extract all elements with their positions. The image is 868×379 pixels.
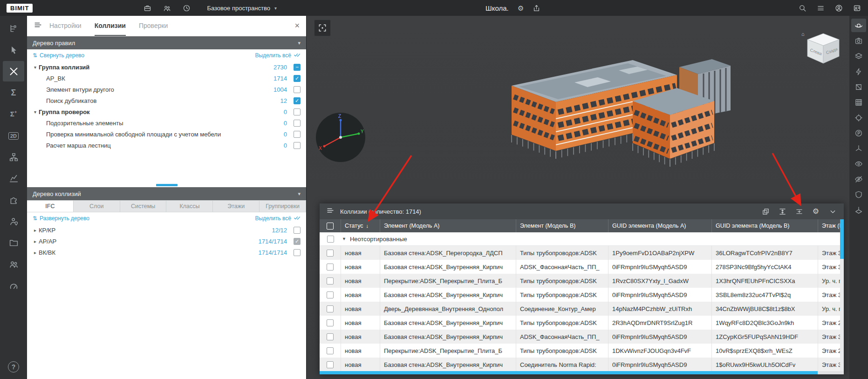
table-row[interactable]: новаяБазовая стена:ADSK_Внутренняя_Кирпи… (320, 358, 844, 372)
dashboard-icon[interactable] (3, 275, 24, 296)
sum-icon[interactable]: Σ (3, 82, 24, 103)
panel-resize-handle[interactable] (156, 184, 178, 186)
search-icon[interactable] (798, 3, 807, 13)
vertical-scrollbar[interactable] (840, 219, 844, 371)
checkbox[interactable] (327, 277, 334, 284)
gear-icon[interactable]: ⚙ (811, 207, 820, 216)
collis-tab-0[interactable]: IFC (27, 201, 74, 212)
collision-group-row[interactable]: ▼ Неотсортированные (320, 232, 844, 246)
caret-down-icon[interactable]: ▾ (32, 109, 39, 115)
column-header-0[interactable]: Статус↓ (341, 219, 380, 232)
target-icon[interactable] (851, 111, 866, 124)
panel-tab-1[interactable]: Коллизии (95, 16, 126, 36)
sort-desc-icon[interactable]: ↓ (366, 223, 369, 229)
gear-icon[interactable]: ⚙ (516, 3, 526, 13)
column-header-4[interactable]: GUID элемента (Модель B) (712, 219, 818, 232)
vertical-scrollbar-thumb[interactable] (840, 219, 844, 259)
team-icon[interactable] (162, 3, 171, 13)
rules-tree-item[interactable]: АР_ВК1714✓ (27, 73, 306, 84)
table-row[interactable]: новаяБазовая стена:ADSK_Внутренняя_Кирпи… (320, 330, 844, 344)
building-model[interactable] (479, 41, 740, 195)
screenshot-area-icon[interactable] (314, 20, 331, 36)
panel-menu-icon[interactable] (326, 206, 335, 217)
user-circle-icon[interactable] (834, 3, 843, 13)
collis-tab-5[interactable]: Группировки (260, 201, 306, 212)
layers-icon[interactable] (851, 49, 866, 63)
collis-tab-4[interactable]: Этажи (213, 201, 260, 212)
collisions-tree-item[interactable]: ▸ВК/ВК1714/1714 (27, 247, 306, 258)
checkbox[interactable] (327, 264, 334, 271)
rules-tree-header[interactable]: Дерево правил ▾ (27, 36, 306, 49)
checkbox[interactable] (294, 120, 301, 127)
expand-tree-link[interactable]: ⇅ Развернуть дерево (33, 215, 89, 222)
checkbox[interactable] (327, 305, 334, 312)
plugins-icon[interactable] (3, 190, 24, 210)
collisions-tool-icon[interactable] (3, 61, 24, 81)
column-header-1[interactable]: Элемент (Модель A) (380, 219, 516, 232)
eye-icon[interactable] (851, 157, 866, 170)
collis-tab-3[interactable]: Классы (166, 201, 213, 212)
checkbox[interactable] (327, 236, 334, 243)
rules-tree-item[interactable]: ▾Группа коллизий2730− (27, 61, 306, 73)
rules-tree-item[interactable]: Проверка минимальной свободной площади с… (27, 129, 306, 140)
3d-viewport[interactable]: Z Y X ⌂ Слева Сзади Коллизии (колич (307, 16, 849, 379)
select-all-link[interactable]: Выделить всё (255, 214, 301, 223)
checkbox[interactable] (327, 319, 334, 326)
lightning-icon[interactable] (851, 65, 866, 78)
rules-tree-item[interactable]: Элемент внтури другого1004 (27, 84, 306, 95)
orbit-icon[interactable] (851, 19, 866, 32)
table-row[interactable]: новаяПерекрытие:ADSK_Перекрытие_Плита_БТ… (320, 274, 844, 288)
checkbox[interactable] (327, 250, 334, 257)
rules-tree-item[interactable]: Поиск дубликатов12✓ (27, 95, 306, 106)
checkbox[interactable]: ✓ (294, 75, 301, 82)
share-icon[interactable] (532, 3, 541, 13)
select-all-link[interactable]: Выделить всё (255, 51, 301, 60)
group-collapse-triangle-icon[interactable]: ▼ (342, 237, 346, 241)
checkbox[interactable] (294, 142, 301, 149)
scheme-icon[interactable] (3, 147, 24, 167)
collapse-tree-link[interactable]: ⇅ Свернуть дерево (33, 52, 84, 59)
model-tree-icon[interactable] (3, 18, 24, 39)
column-header-2[interactable]: Элемент (Модель B) (516, 219, 608, 232)
distribute-icon[interactable] (794, 207, 804, 216)
checkbox[interactable] (294, 227, 301, 234)
checkbox[interactable] (294, 86, 301, 93)
checkbox[interactable] (327, 361, 334, 368)
checkbox[interactable] (327, 223, 334, 230)
2d-icon[interactable]: 2D (3, 125, 24, 146)
caret-down-icon[interactable]: ▾ (32, 65, 39, 70)
caret-right-icon[interactable]: ▸ (32, 228, 39, 233)
menu-list-icon[interactable] (816, 3, 825, 13)
table-row[interactable]: новаяБазовая стена:ADSK_Внутренняя_Кирпи… (320, 260, 844, 274)
table-row[interactable]: новаяДверь_Деревянная_Внутренняя_Однопол… (320, 302, 844, 316)
caret-right-icon[interactable]: ▸ (32, 250, 39, 255)
chevron-down-icon[interactable] (828, 207, 837, 216)
clip-plane-icon[interactable] (851, 203, 866, 217)
table-row[interactable]: новаяБазовая стена:ADSK_Внутренняя_Кирпи… (320, 316, 844, 330)
collis-tab-2[interactable]: Системы (120, 201, 167, 212)
person-location-icon[interactable] (3, 211, 24, 231)
collis-tree-header[interactable]: Дерево коллизий ▾ (27, 187, 306, 200)
rules-tree-item[interactable]: ▾Группа проверок0 (27, 106, 306, 117)
select-tool-icon[interactable] (3, 40, 24, 60)
axes-icon[interactable] (851, 142, 866, 155)
grid-icon[interactable] (851, 95, 866, 109)
copy-icon[interactable] (761, 207, 770, 216)
navigation-gizmo[interactable]: Z Y X (315, 112, 366, 163)
horizontal-scrollbar-thumb[interactable] (320, 371, 818, 374)
horizontal-scrollbar[interactable] (320, 371, 844, 374)
checkbox[interactable] (327, 333, 334, 340)
checkbox[interactable] (327, 347, 334, 354)
eye-off-icon[interactable] (851, 172, 866, 186)
rules-tree-item[interactable]: Расчет марша лестниц0 (27, 140, 306, 151)
shared-folder-icon[interactable] (3, 232, 24, 253)
table-row[interactable]: новаяБазовая стена:ADSK_Перегородка_ЛДСП… (320, 246, 844, 260)
row-height-icon[interactable] (778, 207, 787, 216)
workspace-dropdown[interactable]: Базовое пространство ▾ (207, 5, 277, 12)
table-row[interactable]: новаяБазовая стена:ADSK_Внутренняя_Кирпи… (320, 288, 844, 302)
table-row[interactable]: новаяПерекрытие:ADSK_Перекрытие_Плита_БТ… (320, 344, 844, 358)
checkbox[interactable] (294, 108, 301, 115)
checkbox[interactable] (327, 291, 334, 298)
rules-tree-item[interactable]: Подозрительные элементы0 (27, 117, 306, 129)
checkbox[interactable] (294, 131, 301, 138)
